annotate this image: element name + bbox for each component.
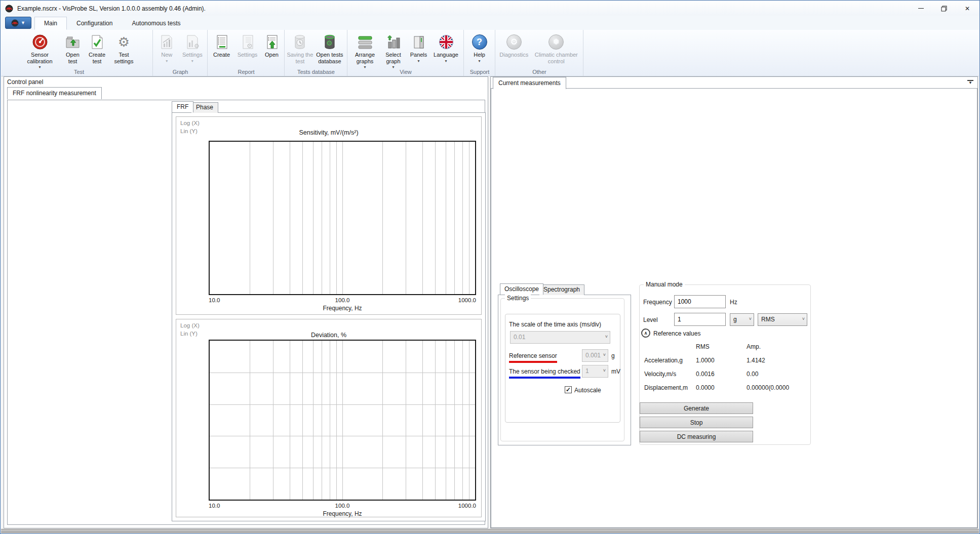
new-graph-icon bbox=[160, 33, 174, 51]
tab-frf-nonlinearity-measurement[interactable]: FRF nonlinearity measurement bbox=[7, 87, 102, 99]
climatic-chamber-control-button: ❅ Climatic chamber control bbox=[532, 32, 581, 64]
group-label-test: Test bbox=[5, 69, 153, 75]
sensor-calibration-button[interactable]: Sensor calibration ▾ bbox=[20, 32, 60, 69]
manual-frequency-input[interactable] bbox=[674, 295, 726, 308]
report-settings-icon: ⚙ bbox=[241, 33, 254, 51]
create-test-button[interactable]: Create test bbox=[86, 32, 109, 64]
acceleration-amp: 1.4142 bbox=[747, 357, 765, 364]
gridline bbox=[342, 142, 343, 294]
x-axis-label: Frequency, Hz bbox=[209, 510, 476, 517]
tab-frf[interactable]: FRF bbox=[172, 101, 193, 112]
open-tests-database-icon: ⚙ bbox=[323, 33, 336, 51]
x-axis-ticks: 10.0 100.0 1000.0 bbox=[209, 297, 476, 304]
new-graph-button: New ▾ bbox=[155, 32, 179, 63]
manual-frequency-unit: Hz bbox=[730, 299, 737, 306]
chevron-down-icon: ˅ bbox=[802, 316, 805, 321]
panels-button[interactable]: Panels ▾ bbox=[407, 32, 430, 63]
language-button[interactable]: Language ▾ bbox=[432, 32, 461, 63]
chevron-down-icon: ˅ bbox=[605, 334, 608, 339]
deviation-plot: 80.0060.0040.0020.00 bbox=[209, 340, 476, 501]
chevron-down-icon: ˅ bbox=[749, 316, 752, 321]
group-label-support: Support bbox=[464, 69, 495, 75]
restore-button[interactable] bbox=[932, 1, 956, 16]
reference-values-expander[interactable]: ∧ bbox=[641, 328, 650, 338]
svg-text:⚙: ⚙ bbox=[194, 43, 200, 50]
tab-oscilloscope[interactable]: Oscilloscope bbox=[500, 283, 543, 295]
report-create-button[interactable]: Create bbox=[210, 32, 233, 58]
stop-button[interactable]: Stop bbox=[640, 417, 753, 428]
manual-level-input[interactable] bbox=[674, 313, 726, 326]
autoscale-label: Autoscale bbox=[574, 387, 601, 394]
workspace: Control panel FRF nonlinearity measureme… bbox=[1, 76, 979, 529]
dc-measuring-button[interactable]: DC measuring bbox=[640, 431, 753, 442]
gridline bbox=[210, 404, 475, 405]
test-settings-icon: ⚙ bbox=[118, 33, 130, 51]
velocity-amp: 0.00 bbox=[747, 371, 758, 378]
gridline bbox=[313, 341, 313, 500]
settings-group: Settings The scale of the time axis (ms/… bbox=[500, 298, 624, 441]
group-label-other: Other bbox=[495, 69, 583, 75]
dropdown-arrow-icon: ▾ bbox=[166, 59, 168, 63]
sensor-calibration-icon bbox=[32, 33, 48, 51]
tab-autonomous-tests[interactable]: Autonomous tests bbox=[122, 17, 190, 30]
open-tests-database-button[interactable]: ⚙ Open tests database bbox=[315, 32, 345, 64]
close-button[interactable]: ✕ bbox=[956, 1, 979, 16]
help-icon: ? bbox=[472, 33, 487, 51]
tab-phase[interactable]: Phase bbox=[191, 102, 218, 113]
minimize-button[interactable] bbox=[909, 1, 932, 16]
open-test-button[interactable]: Open test bbox=[61, 32, 85, 64]
manual-level-type-combo[interactable]: RMS˅ bbox=[758, 313, 807, 326]
ribbon-tab-row: ▼ Main Configuration Autonomous tests bbox=[1, 16, 979, 30]
gridline bbox=[475, 341, 476, 500]
arrange-graphs-button[interactable]: Arrange graphs ▾ bbox=[350, 32, 380, 69]
autoscale-checkbox[interactable]: ✓ bbox=[565, 386, 572, 393]
chevron-down-icon: ˅ bbox=[603, 352, 606, 357]
gridline bbox=[302, 341, 303, 500]
panels-icon bbox=[413, 33, 425, 51]
test-settings-button[interactable]: ⚙ Test settings bbox=[110, 32, 138, 64]
tab-spectrograph[interactable]: Spectrograph bbox=[539, 284, 584, 295]
displacement-amp: 0.00000(0.0000 bbox=[747, 384, 789, 391]
app-menu-button[interactable]: ▼ bbox=[5, 17, 31, 29]
deviation-chart: Log (X)Lin (Y) Deviation, % 80.0060.0040… bbox=[176, 319, 482, 517]
gridline bbox=[210, 436, 475, 436]
gauge-icon bbox=[11, 19, 19, 27]
generate-button[interactable]: Generate bbox=[640, 402, 753, 414]
gridline bbox=[336, 341, 337, 500]
group-label-graph: Graph bbox=[153, 69, 208, 75]
report-open-button[interactable]: Open bbox=[262, 32, 282, 58]
gridline bbox=[330, 341, 330, 500]
gridline bbox=[422, 341, 423, 500]
manual-level-unit-combo[interactable]: g˅ bbox=[730, 313, 754, 326]
saving-test-button: Saving the test bbox=[287, 32, 313, 64]
gridline bbox=[330, 142, 330, 294]
gridline bbox=[322, 142, 322, 294]
gridline bbox=[273, 341, 273, 500]
dropdown-arrow-icon: ▾ bbox=[191, 59, 193, 63]
tab-current-measurements[interactable]: Current measurements bbox=[493, 77, 566, 89]
language-flag-icon bbox=[439, 33, 454, 51]
pin-panel-icon[interactable]: ▼ bbox=[967, 80, 973, 85]
help-button[interactable]: ? Help ▾ bbox=[468, 32, 491, 63]
sensitivity-plot: 0.0 0.0 bbox=[209, 141, 476, 295]
saving-test-icon bbox=[293, 33, 306, 51]
close-icon: ✕ bbox=[965, 5, 970, 12]
tab-main[interactable]: Main bbox=[34, 17, 67, 30]
group-label-view: View bbox=[347, 69, 464, 75]
title-bar: Example.nscrx - VisProbe SL, Version 1.0… bbox=[1, 1, 979, 16]
gridline bbox=[290, 341, 290, 500]
status-strip bbox=[1, 529, 979, 533]
current-measurements-panel: Current measurements ▼ Reference sensor … bbox=[490, 76, 978, 528]
tab-configuration[interactable]: Configuration bbox=[67, 17, 122, 30]
gridline bbox=[210, 373, 475, 373]
x-axis-label: Frequency, Hz bbox=[209, 305, 476, 312]
gridline bbox=[469, 341, 469, 500]
gridline bbox=[382, 142, 383, 294]
gridline bbox=[273, 142, 273, 294]
check-icon: ✓ bbox=[566, 386, 571, 393]
gridline bbox=[250, 142, 250, 294]
gridline bbox=[406, 341, 406, 500]
select-graph-button[interactable]: Select graph ▾ bbox=[381, 32, 406, 69]
gridline bbox=[469, 142, 469, 294]
frf-chart-page: Log (X)Lin (Y) Sensitivity, mV/(m/s²) 0.… bbox=[172, 112, 486, 521]
